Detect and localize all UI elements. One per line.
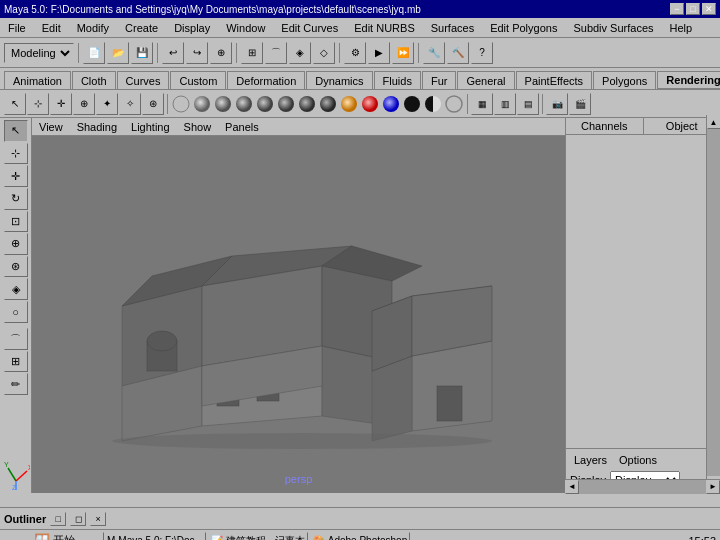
menu-create[interactable]: Create bbox=[121, 21, 162, 35]
sphere-flat-icon[interactable] bbox=[171, 94, 191, 114]
menu-window[interactable]: Window bbox=[222, 21, 269, 35]
ep-tool[interactable]: ⊞ bbox=[4, 351, 28, 373]
render-icon2[interactable]: ▥ bbox=[494, 93, 516, 115]
scroll-left-arrow[interactable]: ◄ bbox=[565, 480, 579, 494]
options-tab[interactable]: Options bbox=[615, 453, 661, 467]
transform-button[interactable]: ⊕ bbox=[210, 42, 232, 64]
scroll-up-arrow[interactable]: ▲ bbox=[707, 115, 721, 129]
soft-mod-tool[interactable]: ⊛ bbox=[4, 256, 28, 278]
magnet-button[interactable]: 🔧 bbox=[423, 42, 445, 64]
sphere-4-icon[interactable] bbox=[255, 94, 275, 114]
sphere-6-icon[interactable] bbox=[297, 94, 317, 114]
tab-polygons[interactable]: Polygons bbox=[593, 71, 656, 89]
sphere-black[interactable] bbox=[402, 94, 422, 114]
outliner-close-button[interactable]: × bbox=[90, 512, 106, 526]
render-icon1[interactable]: ▦ bbox=[471, 93, 493, 115]
select3-icon[interactable]: ✦ bbox=[96, 93, 118, 115]
lasso-icon[interactable]: ⊹ bbox=[27, 93, 49, 115]
move-tool[interactable]: ✛ bbox=[4, 165, 28, 187]
maya-taskbar-btn[interactable]: M Maya 5.0: F:\Documents... bbox=[106, 532, 206, 541]
select-tool[interactable]: ↖ bbox=[4, 120, 28, 142]
curve-tool[interactable]: ⌒ bbox=[4, 328, 28, 350]
ipr-render-button[interactable]: ⏩ bbox=[392, 42, 414, 64]
snap-surface-button[interactable]: ◇ bbox=[313, 42, 335, 64]
sphere-1-icon[interactable] bbox=[192, 94, 212, 114]
scale-tool[interactable]: ⊡ bbox=[4, 211, 28, 233]
sphere-color-2[interactable] bbox=[360, 94, 380, 114]
tab-animation[interactable]: Animation bbox=[4, 71, 71, 89]
menu-display[interactable]: Display bbox=[170, 21, 214, 35]
snap-grid-button[interactable]: ⊞ bbox=[241, 42, 263, 64]
scroll-right-arrow[interactable]: ► bbox=[706, 480, 720, 494]
photoshop-taskbar-btn[interactable]: 🎨 Adobe Photoshop bbox=[310, 532, 410, 541]
vp-menu-show[interactable]: Show bbox=[181, 120, 215, 134]
layers-tab[interactable]: Layers bbox=[570, 453, 611, 467]
sphere-flat2[interactable] bbox=[444, 94, 464, 114]
show-manip-tool[interactable]: ◈ bbox=[4, 278, 28, 300]
menu-edit-curves[interactable]: Edit Curves bbox=[277, 21, 342, 35]
undo-button[interactable]: ↩ bbox=[162, 42, 184, 64]
menu-surfaces[interactable]: Surfaces bbox=[427, 21, 478, 35]
deform-button[interactable]: 🔨 bbox=[447, 42, 469, 64]
vp-menu-panels[interactable]: Panels bbox=[222, 120, 262, 134]
menu-subdiv-surfaces[interactable]: Subdiv Surfaces bbox=[569, 21, 657, 35]
close-button[interactable]: ✕ bbox=[702, 3, 716, 15]
redo-button[interactable]: ↪ bbox=[186, 42, 208, 64]
outliner-restore-button[interactable]: ◻ bbox=[70, 512, 86, 526]
minimize-button[interactable]: − bbox=[670, 3, 684, 15]
sphere-color-1[interactable] bbox=[339, 94, 359, 114]
sphere-7-icon[interactable] bbox=[318, 94, 338, 114]
vp-menu-lighting[interactable]: Lighting bbox=[128, 120, 173, 134]
pencil-tool[interactable]: ✏ bbox=[4, 373, 28, 395]
tab-cloth[interactable]: Cloth bbox=[72, 71, 116, 89]
menu-edit-nurbs[interactable]: Edit NURBS bbox=[350, 21, 419, 35]
maximize-button[interactable]: □ bbox=[686, 3, 700, 15]
vp-menu-shading[interactable]: Shading bbox=[74, 120, 120, 134]
lasso-tool[interactable]: ○ bbox=[4, 301, 28, 323]
film-icon[interactable]: 🎬 bbox=[569, 93, 591, 115]
render-button[interactable]: ▶ bbox=[368, 42, 390, 64]
sphere-2-icon[interactable] bbox=[213, 94, 233, 114]
help-button[interactable]: ? bbox=[471, 42, 493, 64]
camera-icon[interactable]: 📷 bbox=[546, 93, 568, 115]
tab-deformation[interactable]: Deformation bbox=[227, 71, 305, 89]
sphere-3-icon[interactable] bbox=[234, 94, 254, 114]
select-icon[interactable]: ↖ bbox=[4, 93, 26, 115]
save-button[interactable]: 💾 bbox=[131, 42, 153, 64]
tab-curves[interactable]: Curves bbox=[117, 71, 170, 89]
notepad-taskbar-btn[interactable]: 📝 建筑教程 - 记事本 bbox=[208, 532, 308, 541]
menu-edit[interactable]: Edit bbox=[38, 21, 65, 35]
paint-icon[interactable]: ✛ bbox=[50, 93, 72, 115]
menu-help[interactable]: Help bbox=[666, 21, 697, 35]
select2-icon[interactable]: ⊕ bbox=[73, 93, 95, 115]
universal-tool[interactable]: ⊕ bbox=[4, 233, 28, 255]
tab-rendering[interactable]: Rendering bbox=[657, 71, 720, 89]
render-settings-button[interactable]: ⚙ bbox=[344, 42, 366, 64]
menu-modify[interactable]: Modify bbox=[73, 21, 113, 35]
snap-curve-button[interactable]: ⌒ bbox=[265, 42, 287, 64]
sphere-color-3[interactable] bbox=[381, 94, 401, 114]
vp-menu-view[interactable]: View bbox=[36, 120, 66, 134]
menu-file[interactable]: File bbox=[4, 21, 30, 35]
tab-custom[interactable]: Custom bbox=[170, 71, 226, 89]
open-button[interactable]: 📂 bbox=[107, 42, 129, 64]
render-icon3[interactable]: ▤ bbox=[517, 93, 539, 115]
outliner-minimize-button[interactable]: □ bbox=[50, 512, 66, 526]
snap-point-button[interactable]: ◈ bbox=[289, 42, 311, 64]
sculpt-icon[interactable]: ⊛ bbox=[142, 93, 164, 115]
mode-dropdown[interactable]: Modeling Animation Dynamics Rendering bbox=[4, 43, 74, 63]
tab-fluids[interactable]: Fluids bbox=[374, 71, 421, 89]
paint2-icon[interactable]: ✧ bbox=[119, 93, 141, 115]
menu-edit-polygons[interactable]: Edit Polygons bbox=[486, 21, 561, 35]
sphere-half[interactable] bbox=[423, 94, 443, 114]
channels-tab[interactable]: Channels bbox=[566, 118, 644, 134]
tab-general[interactable]: General bbox=[457, 71, 514, 89]
tab-fur[interactable]: Fur bbox=[422, 71, 457, 89]
sphere-5-icon[interactable] bbox=[276, 94, 296, 114]
tab-painteffects[interactable]: PaintEffects bbox=[516, 71, 593, 89]
rotate-tool[interactable]: ↻ bbox=[4, 188, 28, 210]
tab-dynamics[interactable]: Dynamics bbox=[306, 71, 372, 89]
new-scene-button[interactable]: 📄 bbox=[83, 42, 105, 64]
start-button[interactable]: 🪟 开始 bbox=[4, 532, 104, 541]
viewport[interactable]: View Shading Lighting Show Panels bbox=[32, 118, 565, 493]
